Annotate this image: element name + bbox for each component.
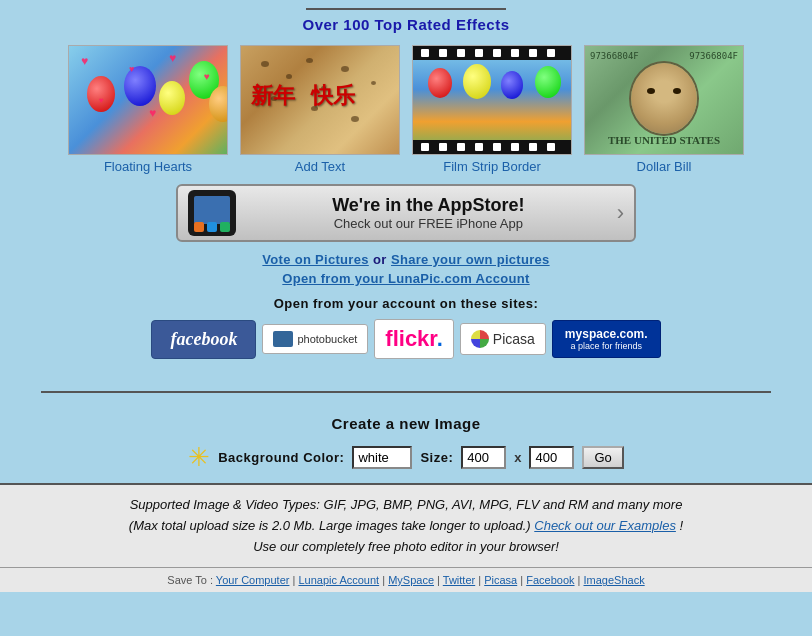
footer: Save To : Your Computer | Lunapic Accoun… (0, 567, 812, 592)
photobucket-icon (273, 331, 293, 347)
appstore-phone-buttons (194, 222, 230, 232)
share-link[interactable]: Share your own pictures (391, 252, 550, 267)
create-form: ✳ Background Color: Size: x Go (0, 442, 812, 473)
photobucket-label: photobucket (297, 333, 357, 345)
effect-label-add-text[interactable]: Add Text (295, 159, 345, 174)
open-account-line: Open from your LunaPic.com Account (0, 271, 812, 286)
bg-color-input[interactable] (352, 446, 412, 469)
picasa-icon (471, 330, 489, 348)
hearts-overlay: ♥ ♥ ♥ ♥ ♥ ♥ (69, 46, 227, 154)
effect-add-text[interactable]: 新年 快乐 Add Text (240, 45, 400, 174)
bg-color-label: Background Color: (218, 450, 344, 465)
x-label: x (514, 450, 521, 465)
vote-link[interactable]: Vote on Pictures (262, 252, 368, 267)
info-line1: Supported Image & Video Types: GIF, JPG,… (20, 495, 792, 516)
appstore-subtitle: Check out our FREE iPhone App (248, 216, 609, 231)
footer-link-picasa[interactable]: Picasa (484, 574, 517, 586)
photobucket-button[interactable]: photobucket (262, 324, 368, 354)
effect-label-dollar-bill[interactable]: Dollar Bill (637, 159, 692, 174)
effect-dollar-bill[interactable]: 97366804F 97366804F THE UNITED STATES Do… (584, 45, 744, 174)
info-text-1: Supported Image & Video Types: GIF, JPG,… (130, 497, 683, 512)
vote-share-line: Vote on Pictures or Share your own pictu… (0, 252, 812, 267)
info-text-2: (Max total upload size is 2.0 Mb. Large … (129, 518, 531, 533)
save-to-label: Save To : (167, 574, 213, 586)
create-title: Create a new Image (0, 415, 812, 432)
main-divider (41, 391, 772, 393)
top-divider (306, 8, 506, 10)
page-title: Over 100 Top Rated Effects (0, 16, 812, 33)
social-title: Open from your account on these sites: (0, 296, 812, 311)
appstore-title: We're in the AppStore! (248, 195, 609, 216)
footer-link-imageshack[interactable]: ImageShack (584, 574, 645, 586)
examples-link[interactable]: Check out our Examples (534, 518, 676, 533)
flickr-button[interactable]: flickr. (374, 319, 454, 359)
star-icon: ✳ (188, 442, 210, 473)
effect-label-film-strip[interactable]: Film Strip Border (443, 159, 541, 174)
myspace-sub: a place for friends (565, 341, 648, 351)
appstore-text-block: We're in the AppStore! Check out our FRE… (248, 195, 609, 231)
effect-image-dollar-bill: 97366804F 97366804F THE UNITED STATES (584, 45, 744, 155)
social-section: Open from your account on these sites: f… (0, 296, 812, 359)
top-section: Over 100 Top Rated Effects ♥ ♥ ♥ ♥ ♥ (0, 0, 812, 379)
height-input[interactable] (529, 446, 574, 469)
myspace-label: myspace.com. (565, 327, 648, 341)
open-account-link[interactable]: Open from your LunaPic.com Account (282, 271, 529, 286)
size-label: Size: (420, 450, 453, 465)
flickr-pink: flickr (385, 326, 436, 351)
go-button[interactable]: Go (582, 446, 623, 469)
links-section: Vote on Pictures or Share your own pictu… (0, 252, 812, 286)
footer-link-twitter[interactable]: Twitter (443, 574, 475, 586)
create-section: Create a new Image ✳ Background Color: S… (0, 405, 812, 483)
effect-label-floating-hearts[interactable]: Floating Hearts (104, 159, 192, 174)
footer-link-facebook[interactable]: Facebook (526, 574, 574, 586)
effect-image-floating-hearts: ♥ ♥ ♥ ♥ ♥ ♥ (68, 45, 228, 155)
effect-film-strip[interactable]: Film Strip Border (412, 45, 572, 174)
appstore-phone-icon (188, 190, 236, 236)
footer-link-myspace[interactable]: MySpace (388, 574, 434, 586)
info-exclaim: ! (680, 518, 684, 533)
effect-image-film-strip (412, 45, 572, 155)
width-input[interactable] (461, 446, 506, 469)
picasa-label: Picasa (493, 331, 535, 347)
info-section: Supported Image & Video Types: GIF, JPG,… (0, 483, 812, 567)
info-line2: (Max total upload size is 2.0 Mb. Large … (20, 516, 792, 537)
vote-or: or (369, 252, 391, 267)
footer-link-lunapic[interactable]: Lunapic Account (298, 574, 379, 586)
appstore-arrow-icon: › (617, 200, 624, 226)
footer-link-computer[interactable]: Your Computer (216, 574, 290, 586)
picasa-button[interactable]: Picasa (460, 323, 546, 355)
effect-image-add-text: 新年 快乐 (240, 45, 400, 155)
effect-floating-hearts[interactable]: ♥ ♥ ♥ ♥ ♥ ♥ Floating Hearts (68, 45, 228, 174)
social-buttons: facebook photobucket flickr. Picasa mysp… (0, 319, 812, 359)
flickr-blue: . (437, 326, 443, 351)
facebook-button[interactable]: facebook (151, 320, 256, 359)
info-line3: Use our completely free photo editor in … (20, 537, 792, 558)
effects-gallery: ♥ ♥ ♥ ♥ ♥ ♥ Floating Hearts (0, 45, 812, 174)
myspace-button[interactable]: myspace.com. a place for friends (552, 320, 661, 358)
appstore-phone-screen (194, 196, 230, 224)
appstore-banner[interactable]: We're in the AppStore! Check out our FRE… (176, 184, 636, 242)
